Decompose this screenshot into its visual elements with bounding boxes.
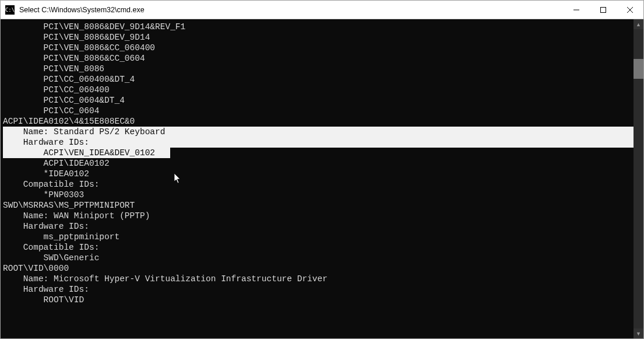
console-line[interactable]: ACPI\IDEA0102: [3, 158, 634, 169]
console-line[interactable]: PCI\CC_060400&DT_4: [3, 74, 634, 85]
console-line[interactable]: Hardware IDs:: [3, 221, 634, 232]
console-line[interactable]: Compatible IDs:: [3, 179, 634, 190]
console-line[interactable]: ms_pptpminiport: [3, 232, 634, 242]
console-line[interactable]: Name: WAN Miniport (PPTP): [3, 211, 634, 221]
console-line[interactable]: PCI\VEN_8086&CC_0604: [3, 53, 634, 64]
console-line[interactable]: PCI\VEN_8086: [3, 64, 634, 74]
console-line[interactable]: ACPI\IDEA0102\4&15E808EC&0: [3, 116, 634, 127]
svg-rect-1: [601, 7, 606, 12]
console-line[interactable]: Hardware IDs:: [3, 137, 634, 148]
console-line[interactable]: ACPI\VEN_IDEA&DEV_0102: [3, 148, 634, 158]
console-line[interactable]: PCI\CC_0604&DT_4: [3, 95, 634, 106]
minimize-button[interactable]: [563, 1, 590, 19]
scrollbar-thumb[interactable]: [634, 59, 643, 79]
cmd-icon: C:\: [5, 5, 15, 15]
console-line[interactable]: PCI\VEN_8086&CC_060400: [3, 43, 634, 53]
window-controls: [563, 1, 643, 19]
titlebar[interactable]: C:\ Select C:\Windows\System32\cmd.exe: [1, 1, 643, 19]
console-line[interactable]: ROOT\VID\0000: [3, 263, 634, 274]
console-line[interactable]: ROOT\VID: [3, 295, 634, 305]
console-line[interactable]: *IDEA0102: [3, 169, 634, 179]
scroll-down-arrow[interactable]: ▼: [634, 328, 643, 338]
console-line[interactable]: Hardware IDs:: [3, 284, 634, 295]
console-line[interactable]: *PNP0303: [3, 190, 634, 200]
console-line[interactable]: SWD\Generic: [3, 253, 634, 263]
vertical-scrollbar[interactable]: ▲ ▼: [634, 19, 643, 338]
console-line[interactable]: Compatible IDs:: [3, 242, 634, 253]
console-output[interactable]: PCI\VEN_8086&DEV_9D14&REV_F1 PCI\VEN_808…: [1, 19, 634, 338]
console-line[interactable]: Name: Microsoft Hyper-V Virtualization I…: [3, 274, 634, 284]
console-container: PCI\VEN_8086&DEV_9D14&REV_F1 PCI\VEN_808…: [1, 19, 643, 338]
console-line[interactable]: SWD\MSRRAS\MS_PPTPMINIPORT: [3, 200, 634, 211]
console-line[interactable]: PCI\VEN_8086&DEV_9D14&REV_F1: [3, 22, 634, 32]
console-line[interactable]: PCI\CC_0604: [3, 106, 634, 116]
maximize-button[interactable]: [590, 1, 617, 19]
console-line[interactable]: Name: Standard PS/2 Keyboard: [3, 127, 634, 137]
window-title: Select C:\Windows\System32\cmd.exe: [18, 6, 563, 14]
scroll-up-arrow[interactable]: ▲: [634, 19, 643, 29]
console-line[interactable]: PCI\CC_060400: [3, 85, 634, 95]
console-line[interactable]: PCI\VEN_8086&DEV_9D14: [3, 32, 634, 43]
close-button[interactable]: [617, 1, 643, 19]
